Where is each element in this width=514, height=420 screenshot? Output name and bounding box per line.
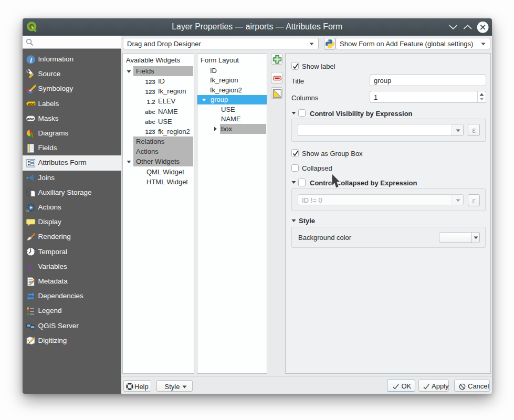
- svg-text:abc: abc: [28, 102, 35, 107]
- svg-text:ε: ε: [27, 261, 33, 271]
- svg-text:abc: abc: [27, 117, 34, 121]
- svg-text:i: i: [30, 56, 32, 64]
